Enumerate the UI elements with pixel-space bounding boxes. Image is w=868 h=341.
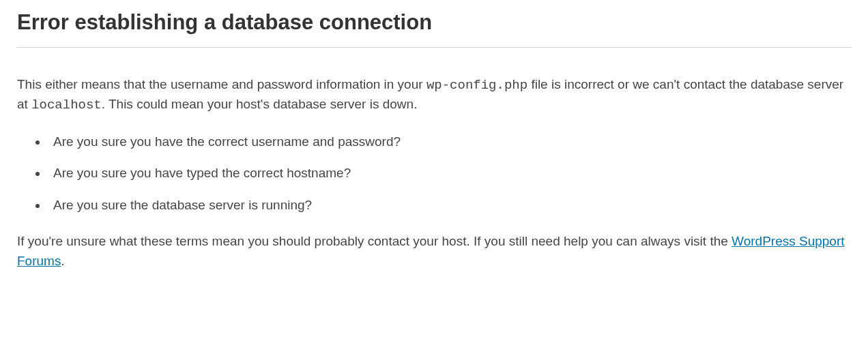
list-item: Are you sure you have the correct userna… — [48, 132, 851, 152]
help-text-1: If you're unsure what these terms mean y… — [17, 234, 732, 248]
checklist: Are you sure you have the correct userna… — [48, 132, 851, 216]
intro-text-1: This either means that the username and … — [17, 77, 426, 91]
intro-paragraph: This either means that the username and … — [17, 75, 851, 115]
intro-text-3: . This could mean your host's database s… — [102, 97, 418, 111]
page-title: Error establishing a database connection — [17, 7, 851, 48]
config-file-code: wp-config.php — [426, 78, 527, 93]
hostname-code: localhost — [31, 98, 102, 113]
list-item: Are you sure you have typed the correct … — [48, 164, 851, 183]
list-item: Are you sure the database server is runn… — [48, 196, 851, 216]
help-text-2: . — [61, 254, 64, 268]
help-paragraph: If you're unsure what these terms mean y… — [17, 232, 851, 271]
